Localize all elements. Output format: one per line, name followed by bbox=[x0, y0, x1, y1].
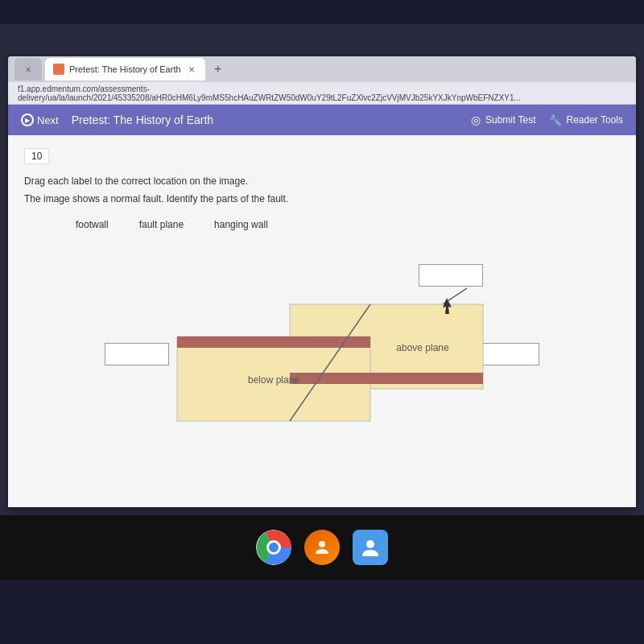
app-header: ▶ Next Pretest: The History of Earth ◎ S… bbox=[8, 105, 636, 135]
labels-container: footwall fault plane hanging wall bbox=[72, 217, 620, 232]
svg-text:above plane: above plane bbox=[396, 342, 449, 353]
close-icon[interactable]: ✕ bbox=[23, 64, 34, 75]
address-bar[interactable]: f1.app.edmentum.com/assessments-delivery… bbox=[8, 82, 636, 105]
taskbar bbox=[0, 515, 644, 580]
instruction-2: The image shows a normal fault. Identify… bbox=[24, 193, 620, 204]
circle-icon: ◎ bbox=[471, 114, 481, 126]
tab-favicon bbox=[53, 64, 64, 75]
wrench-icon: 🔧 bbox=[549, 114, 562, 126]
reader-tools-button[interactable]: 🔧 Reader Tools bbox=[549, 114, 624, 126]
label-footwall[interactable]: footwall bbox=[72, 217, 112, 232]
reader-tools-label: Reader Tools bbox=[567, 114, 624, 126]
header-right: ◎ Submit Test 🔧 Reader Tools bbox=[471, 114, 623, 126]
svg-point-15 bbox=[366, 540, 374, 548]
add-tab-button[interactable]: + bbox=[208, 60, 228, 79]
tab-inactive-1[interactable]: ✕ bbox=[14, 58, 42, 80]
browser-window: ✕ Pretest: The History of Earth ✕ + f1.a… bbox=[8, 56, 636, 507]
svg-point-14 bbox=[319, 541, 325, 547]
next-label: Next bbox=[37, 114, 59, 126]
label-hanging-wall[interactable]: hanging wall bbox=[211, 217, 271, 232]
screen: ✕ Pretest: The History of Earth ✕ + f1.a… bbox=[0, 24, 644, 580]
tab-bar: ✕ Pretest: The History of Earth ✕ + bbox=[8, 56, 636, 82]
tab-label: Pretest: The History of Earth bbox=[69, 64, 181, 74]
page-title: Pretest: The History of Earth bbox=[72, 114, 213, 126]
colored-circle-icon[interactable] bbox=[304, 530, 340, 565]
content-wrapper: 10 Drag each label to the correct locati… bbox=[8, 135, 636, 507]
label-fault-plane[interactable]: fault plane bbox=[136, 217, 187, 232]
tab-active[interactable]: Pretest: The History of Earth ✕ bbox=[45, 58, 205, 80]
question-number: 10 bbox=[24, 148, 49, 164]
person-icon[interactable] bbox=[353, 530, 388, 565]
svg-point-0 bbox=[55, 65, 63, 73]
address-text: f1.app.edmentum.com/assessments-delivery… bbox=[18, 85, 626, 102]
next-button[interactable]: ▶ Next bbox=[21, 114, 59, 126]
tab-close-active[interactable]: ✕ bbox=[186, 64, 197, 75]
submit-test-label: Submit Test bbox=[485, 114, 535, 126]
next-icon: ▶ bbox=[21, 114, 34, 126]
chrome-icon[interactable] bbox=[256, 530, 291, 565]
fault-diagram-svg: above plane below plane bbox=[97, 248, 547, 441]
svg-point-13 bbox=[269, 543, 279, 552]
main-content: 10 Drag each label to the correct locati… bbox=[8, 135, 636, 507]
submit-test-button[interactable]: ◎ Submit Test bbox=[471, 114, 535, 126]
svg-text:below plane: below plane bbox=[248, 374, 299, 386]
instruction-1: Drag each label to the correct location … bbox=[24, 175, 620, 187]
header-left: ▶ Next Pretest: The History of Earth bbox=[21, 114, 213, 126]
